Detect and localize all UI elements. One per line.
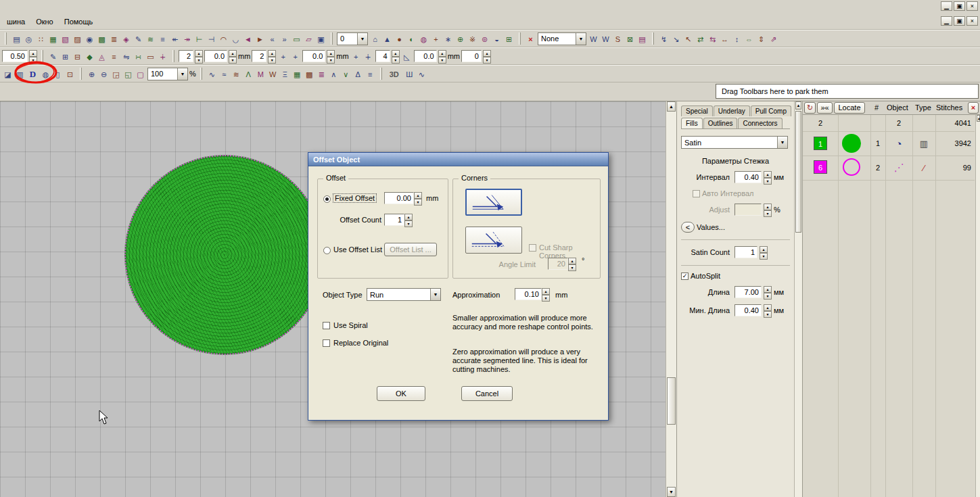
adjust-spinner[interactable]	[764, 204, 772, 216]
mdi-restore-icon[interactable]: ▣	[954, 16, 965, 26]
stitch-type-icon[interactable]: ▩	[304, 68, 315, 80]
tool-icon[interactable]: ※	[467, 33, 478, 45]
tool-icon[interactable]: +	[430, 33, 442, 45]
tool-icon[interactable]: ◐	[406, 33, 417, 45]
spinner[interactable]	[195, 50, 203, 62]
zoom-icon[interactable]: ⊖	[98, 68, 110, 80]
tab-pull-comp[interactable]: Pull Comp	[751, 105, 791, 116]
offset-list-button[interactable]: Offset List ...	[384, 243, 437, 256]
tool-icon[interactable]: »	[279, 33, 290, 45]
tool-icon[interactable]: ▤	[636, 33, 648, 45]
tool-icon[interactable]: ◒	[491, 33, 503, 45]
tool-icon[interactable]: ↘	[670, 33, 682, 45]
zoom-level-select[interactable]: 100	[147, 68, 188, 80]
angle-limit-spinner[interactable]	[568, 258, 576, 270]
close-panel-icon[interactable]: ×	[968, 102, 979, 114]
remove-icon[interactable]: ×	[525, 33, 536, 45]
tool-icon[interactable]: ◍	[40, 68, 51, 80]
chevron-down-icon[interactable]	[576, 33, 586, 45]
minimize-icon[interactable]: ▁	[941, 1, 952, 11]
locate-button[interactable]: Locate	[834, 102, 865, 114]
scroll-up-icon[interactable]	[667, 101, 676, 112]
param-field-5[interactable]: 4	[375, 50, 390, 62]
tool-icon[interactable]: ●	[394, 33, 405, 45]
spinner[interactable]	[392, 50, 400, 62]
crosshair-icon[interactable]: +	[277, 51, 289, 62]
spinner[interactable]	[438, 50, 446, 62]
toolbar-grip[interactable]	[5, 32, 7, 45]
param-field-4[interactable]: 0.0	[302, 50, 325, 62]
embroidery-circle-object[interactable]	[124, 155, 325, 355]
hoop-select[interactable]: None	[538, 32, 586, 45]
tool-icon[interactable]: ▭	[291, 33, 302, 45]
ok-button[interactable]: OK	[377, 386, 425, 401]
tab-special[interactable]: Special	[681, 105, 713, 116]
zoom-icon[interactable]: ⊕	[86, 68, 97, 80]
view-3d-button[interactable]: 3D	[386, 68, 402, 80]
approximation-input[interactable]: 0.10	[515, 288, 542, 300]
stitch-count-select[interactable]: 0	[337, 32, 368, 45]
corner-style-sharp-button[interactable]	[465, 189, 522, 216]
tool-icon[interactable]: W	[600, 33, 611, 45]
length-spinner[interactable]	[764, 286, 772, 298]
tool-icon[interactable]: ⇕	[755, 33, 767, 45]
object-type-icon[interactable]: ◔	[885, 131, 912, 156]
offset-count-spinner[interactable]	[404, 214, 413, 226]
tool-icon[interactable]: ⊕	[454, 33, 466, 45]
replace-original-checkbox[interactable]	[323, 339, 330, 347]
tool-icon[interactable]: «	[266, 33, 278, 45]
tool-icon[interactable]: ↠	[181, 33, 193, 45]
tool-icon[interactable]: ↔	[719, 33, 730, 45]
outline-width-input[interactable]: 0.50	[2, 50, 28, 62]
toolbar-grip[interactable]	[652, 32, 654, 45]
fixed-offset-spinner[interactable]	[414, 192, 422, 204]
tab-outlines[interactable]: Outlines	[703, 118, 738, 128]
tool-icon[interactable]: ⇋	[120, 51, 132, 62]
stitch-type-icon[interactable]: ≈	[218, 68, 230, 80]
crosshair-icon[interactable]: ∔	[363, 51, 374, 62]
spinner[interactable]	[483, 50, 491, 62]
tool-icon[interactable]: ≡	[157, 33, 168, 45]
tool-icon[interactable]: ↕	[731, 33, 743, 45]
stitch-type-icon[interactable]: Ξ	[279, 68, 291, 80]
use-spiral-checkbox[interactable]	[323, 322, 330, 329]
zoom-icon[interactable]: ◲	[110, 68, 122, 80]
outline-width-spinner[interactable]	[29, 50, 37, 62]
tool-icon[interactable]: ≡	[108, 51, 120, 62]
stitch-type-icon[interactable]: ∿	[206, 68, 218, 80]
params-vertical-scrollbar[interactable]	[794, 101, 802, 497]
park-toolbars-hint[interactable]: Drag Toolbars here to park them	[716, 84, 979, 99]
tab-fills[interactable]: Fills	[681, 118, 703, 128]
stitch-type-icon[interactable]: ≣	[316, 68, 327, 80]
param-field-2[interactable]: 0.0	[204, 50, 227, 62]
offset-count-input[interactable]: 1	[384, 214, 404, 226]
tool-icon[interactable]: ▦	[47, 33, 59, 45]
tool-icon[interactable]: ⇄	[695, 33, 706, 45]
tool-icon[interactable]: ⊢	[193, 33, 205, 45]
chevron-down-icon[interactable]	[177, 68, 187, 80]
tool-icon[interactable]: ▥	[14, 68, 26, 80]
min-length-spinner[interactable]	[764, 304, 772, 316]
tool-icon[interactable]: ∔	[157, 51, 168, 62]
corner-style-bevel-button[interactable]	[465, 227, 522, 254]
tool-icon[interactable]: ◪	[2, 68, 14, 80]
collapse-values-button[interactable]: <	[681, 222, 695, 233]
satin-count-spinner[interactable]	[760, 246, 768, 258]
stitch-type-icon[interactable]: ≡	[365, 68, 376, 80]
tool-icon[interactable]: ⇗	[768, 33, 779, 45]
tool-icon[interactable]: ◆	[84, 51, 95, 62]
menu-help[interactable]: Помощь	[59, 15, 99, 28]
interval-input[interactable]: 0.40	[734, 171, 762, 183]
auto-interval-checkbox[interactable]	[693, 190, 700, 197]
tool-icon[interactable]: ▩	[96, 33, 108, 45]
refresh-icon[interactable]: ↻	[804, 102, 816, 114]
crosshair-icon[interactable]: +	[350, 51, 362, 62]
adjust-input[interactable]	[734, 204, 762, 216]
param-field-7[interactable]: 0	[461, 50, 482, 62]
zoom-icon[interactable]: ▢	[135, 68, 146, 80]
crosshair-icon[interactable]: +	[289, 51, 301, 62]
angle-icon[interactable]: ◺	[401, 51, 413, 62]
fixed-offset-input[interactable]: 0.00	[384, 192, 414, 204]
tool-icon[interactable]: ▯	[52, 68, 64, 80]
tool-icon[interactable]: ▲	[381, 33, 393, 45]
